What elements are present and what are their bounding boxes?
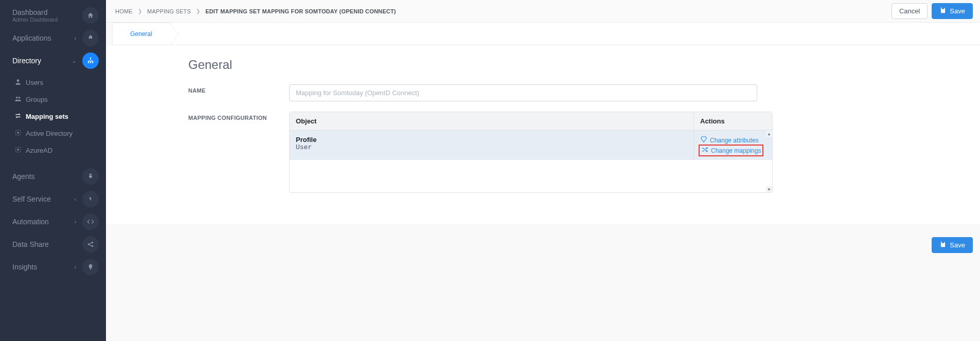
chevron-right-icon: ❯ [138,8,142,14]
group-icon [14,95,23,104]
mapping-table: Object Actions Profile User [289,112,773,193]
shuffle-icon [701,146,708,155]
chevron-left-icon: ‹ [75,219,76,225]
share-icon [82,236,99,253]
svg-point-10 [92,242,94,244]
chevron-left-icon: ‹ [75,196,76,202]
groups-label: Groups [26,96,48,103]
scroll-up-icon[interactable]: ▲ [766,131,772,137]
main-content: Home ❯ Mapping Sets ❯ Edit Mapping Set M… [106,0,980,266]
svg-point-4 [17,79,20,82]
sidebar-item-applications[interactable]: Applications ‹ [0,27,106,49]
svg-point-5 [16,97,18,99]
breadcrumb: Home ❯ Mapping Sets ❯ Edit Mapping Set M… [106,8,396,14]
table-header: Object Actions [290,112,772,131]
svg-point-9 [88,243,90,245]
cell-actions: Change attributes Change mappings [694,131,772,160]
azuread-label: AzureAD [26,147,52,154]
dashboard-sublabel: Admin Dashboard [12,16,58,23]
topbar: Home ❯ Mapping Sets ❯ Edit Mapping Set M… [106,0,980,23]
rocket-icon [82,30,99,46]
chevron-right-icon: ❯ [196,8,200,14]
mapping-config-label: Mapping Configuration [188,112,289,121]
gear-icon [14,129,23,138]
sidebar: Dashboard Admin Dashboard Applications ‹… [0,0,106,341]
svg-rect-3 [92,62,93,63]
user-icon [14,78,23,87]
sidebar-item-azuread[interactable]: AzureAD [0,142,106,159]
sidebar-item-agents[interactable]: Agents [0,165,106,188]
cancel-button[interactable]: Cancel [892,3,928,19]
tabbar: General [112,23,980,45]
save-button-footer-label: Save [950,241,965,249]
data-share-label: Data Share [12,240,49,248]
breadcrumb-mapping-sets[interactable]: Mapping Sets [147,8,191,14]
gear-icon [14,146,23,155]
object-title: Profile [296,136,687,143]
save-button-footer[interactable]: Save [932,237,973,253]
name-input[interactable] [289,84,757,101]
insights-label: Insights [12,263,37,271]
breadcrumb-current: Edit Mapping Set Mapping for Somtoday (O… [205,8,396,14]
cubes-icon [82,168,99,185]
users-label: Users [26,79,43,86]
applications-label: Applications [12,34,51,42]
sidebar-item-active-directory[interactable]: Active Directory [0,125,106,142]
mapping-sets-label: Mapping sets [26,113,68,120]
breadcrumb-home[interactable]: Home [115,8,133,14]
sidebar-item-users[interactable]: Users [0,74,106,91]
page-title: General [188,58,971,72]
home-icon [82,7,99,24]
column-object: Object [290,112,694,130]
lightbulb-icon [82,259,99,275]
change-mappings-link[interactable]: Change mappings [700,146,762,155]
directory-submenu: Users Groups Mapping sets Active Directo… [0,72,106,161]
form-area: General Name Mapping Configuration Objec… [106,45,980,224]
scroll-down-icon[interactable]: ▼ [766,186,772,192]
agents-label: Agents [12,172,35,181]
chevron-left-icon: ‹ [75,264,76,270]
dashboard-label: Dashboard [12,8,58,16]
exchange-icon [14,112,23,121]
directory-label: Directory [12,57,41,65]
sidebar-item-groups[interactable]: Groups [0,91,106,108]
table-body: Profile User Change attributes [290,131,772,192]
sidebar-item-self-service[interactable]: Self Service ‹ [0,188,106,210]
save-button-label: Save [950,7,965,15]
table-row: Profile User Change attributes [290,131,772,160]
sidebar-item-automation[interactable]: Automation ‹ [0,210,106,233]
cell-object: Profile User [290,131,694,160]
code-icon [82,213,99,230]
svg-point-7 [17,132,19,134]
sidebar-item-data-share[interactable]: Data Share [0,233,106,256]
sitemap-icon [82,52,99,69]
footer-actions: Save [106,224,980,266]
cancel-button-label: Cancel [899,7,920,15]
svg-point-6 [19,97,21,99]
save-icon [939,7,947,15]
change-attributes-link[interactable]: Change attributes [700,136,759,145]
tab-general-label: General [130,30,152,38]
tab-general[interactable]: General [112,23,170,45]
svg-rect-2 [90,62,91,63]
change-attributes-label: Change attributes [710,137,759,144]
sidebar-item-directory[interactable]: Directory ⌄ [0,49,106,72]
self-service-label: Self Service [12,195,51,203]
diamond-icon [700,136,707,145]
sidebar-item-mapping-sets[interactable]: Mapping sets [0,108,106,125]
column-actions: Actions [694,112,772,130]
svg-rect-1 [88,62,89,63]
sidebar-item-dashboard[interactable]: Dashboard Admin Dashboard [0,0,106,27]
active-directory-label: Active Directory [26,130,73,137]
svg-point-11 [92,245,94,247]
svg-point-8 [17,149,19,151]
pointer-icon [82,191,99,207]
chevron-left-icon: ‹ [75,35,76,41]
object-desc: User [296,143,687,151]
svg-rect-0 [90,58,91,59]
sidebar-item-insights[interactable]: Insights ‹ [0,256,106,278]
change-mappings-label: Change mappings [711,147,761,154]
automation-label: Automation [12,218,49,226]
chevron-down-icon: ⌄ [72,58,76,64]
save-button[interactable]: Save [932,3,973,19]
